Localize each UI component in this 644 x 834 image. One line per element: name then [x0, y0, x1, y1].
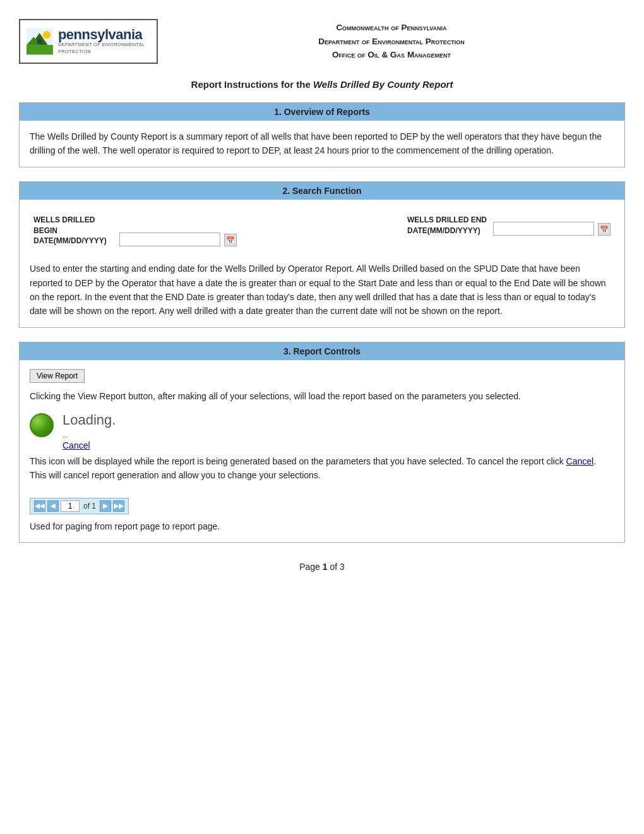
report-title-prefix: Report Instructions for the	[191, 79, 313, 90]
footer-text-suffix: of 3	[328, 562, 345, 572]
view-report-description: Clicking the View Report button, after m…	[30, 389, 614, 403]
loading-area: Loading. .. Cancel	[30, 412, 614, 450]
page-footer: Page 1 of 3	[19, 562, 625, 584]
section-controls: 3. Report Controls View Report Clicking …	[19, 342, 625, 543]
end-date-group: WELLS DRILLED END DATE(MM/DD/YYYY) 📅	[407, 215, 611, 236]
footer-text-prefix: Page	[299, 562, 323, 572]
end-date-calendar-icon[interactable]: 📅	[598, 223, 611, 236]
section-overview: 1. Overview of Reports The Wells Drilled…	[19, 102, 625, 167]
page-number-input[interactable]	[61, 500, 80, 512]
agency-line2: Department of Environmental Protection	[158, 35, 625, 49]
begin-date-label: WELLS DRILLED BEGIN DATE(MM/DD/YYYY)	[33, 215, 116, 246]
begin-date-calendar-icon[interactable]: 📅	[224, 234, 237, 246]
section-overview-header: 1. Overview of Reports	[20, 103, 624, 121]
loading-text: Loading.	[63, 412, 116, 428]
loading-text-block: Loading. .. Cancel	[63, 412, 116, 450]
section-controls-content: View Report Clicking the View Report but…	[20, 360, 624, 542]
logo-text-area: pennsylvania DEPARTMENT OF ENVIRONMENTAL…	[58, 28, 150, 55]
cancel-inline-link[interactable]: Cancel	[566, 456, 594, 466]
search-fields-row: WELLS DRILLED BEGIN DATE(MM/DD/YYYY) 📅 W…	[30, 208, 614, 253]
pa-logo-icon	[27, 24, 53, 59]
end-date-input[interactable]	[493, 222, 594, 236]
begin-date-group: WELLS DRILLED BEGIN DATE(MM/DD/YYYY) 📅	[33, 215, 237, 246]
search-description: Used to enter the starting and ending da…	[30, 262, 614, 318]
first-page-button[interactable]: ◀◀	[34, 500, 45, 512]
section-search-content: WELLS DRILLED BEGIN DATE(MM/DD/YYYY) 📅 W…	[20, 200, 624, 327]
section-search-header: 2. Search Function	[20, 182, 624, 200]
prev-page-button[interactable]: ◀	[47, 500, 59, 512]
loading-spinner-icon	[30, 413, 54, 437]
report-title-italic: Wells Drilled By County Report	[313, 79, 453, 90]
section-controls-header: 3. Report Controls	[20, 342, 624, 360]
cancel-desc-before: This icon will be displayed while the re…	[30, 456, 566, 466]
footer-page-number: 1	[323, 562, 328, 572]
svg-rect-1	[27, 45, 53, 54]
end-date-label: WELLS DRILLED END DATE(MM/DD/YYYY)	[407, 215, 489, 236]
agency-line3: Office of Oil & Gas Management	[158, 48, 625, 62]
paging-description: Used for paging from report page to repo…	[30, 519, 614, 533]
section-overview-content: The Wells Drilled by County Report is a …	[20, 121, 624, 167]
of-text: of 1	[81, 502, 98, 511]
header-agency-title: Commonwealth of Pennsylvania Department …	[158, 21, 625, 62]
agency-line1: Commonwealth of Pennsylvania	[158, 21, 625, 35]
logo-box: pennsylvania DEPARTMENT OF ENVIRONMENTAL…	[19, 19, 158, 64]
pagination-bar: ◀◀ ◀ of 1 ▶ ▶▶	[30, 498, 129, 514]
view-report-button[interactable]: View Report	[30, 369, 85, 383]
logo-area: pennsylvania DEPARTMENT OF ENVIRONMENTAL…	[19, 19, 158, 64]
page-header: pennsylvania DEPARTMENT OF ENVIRONMENTAL…	[19, 19, 625, 64]
svg-point-4	[43, 31, 51, 39]
last-page-button[interactable]: ▶▶	[113, 500, 124, 512]
cancel-description: This icon will be displayed while the re…	[30, 454, 614, 483]
logo-penn-text: pennsylvania	[58, 28, 150, 42]
next-page-button[interactable]: ▶	[100, 500, 111, 512]
loading-dots: ..	[63, 430, 116, 440]
begin-date-input[interactable]	[119, 233, 220, 246]
section-search: 2. Search Function WELLS DRILLED BEGIN D…	[19, 181, 625, 328]
overview-body: The Wells Drilled by County Report is a …	[30, 130, 614, 158]
cancel-link[interactable]: Cancel	[63, 440, 90, 450]
report-title: Report Instructions for the Wells Drille…	[19, 79, 625, 90]
logo-sub-text: DEPARTMENT OF ENVIRONMENTAL PROTECTION	[58, 42, 150, 55]
